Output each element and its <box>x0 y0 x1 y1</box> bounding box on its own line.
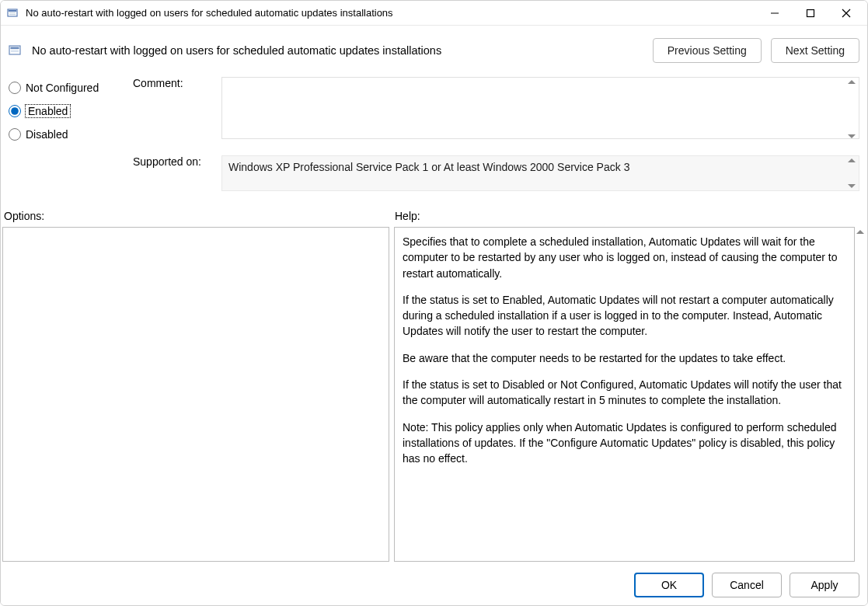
radio-not-configured-input[interactable] <box>9 82 21 94</box>
help-paragraph: Note: This policy applies only when Auto… <box>403 420 846 467</box>
titlebar: No auto-restart with logged on users for… <box>1 1 867 26</box>
help-paragraph: If the status is set to Disabled or Not … <box>403 377 846 409</box>
supported-spinner <box>845 157 858 190</box>
help-scroll <box>855 227 864 562</box>
lower-labels: Options: Help: <box>1 210 867 227</box>
apply-button[interactable]: Apply <box>790 573 859 597</box>
app-icon <box>7 7 19 19</box>
minimize-button[interactable] <box>757 1 793 26</box>
svg-rect-9 <box>11 47 19 50</box>
comment-label: Comment: <box>133 77 212 89</box>
help-panel[interactable]: Specifies that to complete a scheduled i… <box>394 227 855 562</box>
supported-value: Windows XP Professional Service Pack 1 o… <box>221 155 859 191</box>
radio-not-configured[interactable]: Not Configured <box>9 82 133 94</box>
help-paragraph: Be aware that the computer needs to be r… <box>403 350 846 366</box>
dialog-header: No auto-restart with logged on users for… <box>1 26 867 72</box>
options-label: Options: <box>2 210 395 222</box>
options-panel[interactable] <box>2 227 389 562</box>
supported-spin-down-icon[interactable] <box>848 184 856 188</box>
radio-disabled-label: Disabled <box>26 128 68 141</box>
lower-panels: Specifies that to complete a scheduled i… <box>1 227 867 565</box>
supported-spin-up-icon[interactable] <box>848 158 856 162</box>
next-setting-button[interactable]: Next Setting <box>771 38 859 63</box>
policy-title: No auto-restart with logged on users for… <box>32 44 637 57</box>
radio-enabled-input[interactable] <box>9 105 21 117</box>
window-controls <box>757 1 864 26</box>
help-paragraph: If the status is set to Enabled, Automat… <box>403 292 846 340</box>
previous-setting-button[interactable]: Previous Setting <box>653 38 762 63</box>
supported-control: Windows XP Professional Service Pack 1 o… <box>221 155 859 191</box>
radio-not-configured-label: Not Configured <box>26 82 99 94</box>
supported-label: Supported on: <box>133 155 212 168</box>
svg-rect-10 <box>11 50 19 50</box>
upper-form: Not Configured Enabled Disabled Comment:… <box>1 72 867 210</box>
radio-enabled-label: Enabled <box>26 105 70 117</box>
svg-rect-1 <box>9 10 16 12</box>
comment-spinner <box>845 78 858 140</box>
close-button[interactable] <box>828 1 864 26</box>
footer: OK Cancel Apply <box>1 565 867 605</box>
help-label: Help: <box>395 210 859 222</box>
comment-textarea[interactable] <box>221 77 859 139</box>
supported-row: Supported on: Windows XP Professional Se… <box>133 155 859 191</box>
comment-control <box>221 77 859 141</box>
comment-spin-up-icon[interactable] <box>848 80 856 84</box>
svg-rect-11 <box>11 51 19 52</box>
radio-disabled-input[interactable] <box>9 128 21 141</box>
help-paragraph: Specifies that to complete a scheduled i… <box>403 234 846 281</box>
policy-icon <box>9 44 23 57</box>
svg-rect-5 <box>807 9 814 16</box>
nav-buttons: Previous Setting Next Setting <box>653 38 859 63</box>
state-radio-group: Not Configured Enabled Disabled <box>9 77 133 191</box>
maximize-button[interactable] <box>793 1 828 26</box>
window-title: No auto-restart with logged on users for… <box>26 7 757 19</box>
svg-rect-2 <box>9 12 16 13</box>
radio-disabled[interactable]: Disabled <box>9 128 133 141</box>
ok-button[interactable]: OK <box>634 573 704 597</box>
svg-rect-3 <box>9 14 16 15</box>
cancel-button[interactable]: Cancel <box>712 573 782 597</box>
comment-row: Comment: <box>133 77 859 141</box>
scroll-up-icon[interactable] <box>856 230 864 234</box>
comment-spin-down-icon[interactable] <box>848 134 856 138</box>
fields-column: Comment: Supported on: Windows XP Profes… <box>133 77 859 191</box>
radio-enabled[interactable]: Enabled <box>9 105 133 117</box>
